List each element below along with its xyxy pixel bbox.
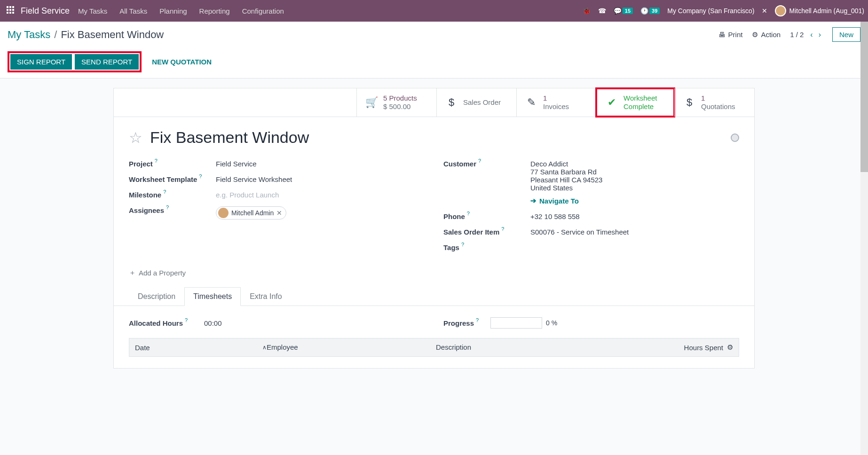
th-hours-spent[interactable]: Hours Spent ⚙ xyxy=(667,343,733,352)
th-description[interactable]: Description xyxy=(436,343,667,352)
stat-products[interactable]: 🛒 5 Products $ 500.00 xyxy=(356,88,436,117)
field-phone[interactable]: +32 10 588 558 xyxy=(530,212,739,220)
task-title[interactable]: Fix Basement Window xyxy=(150,128,309,147)
new-button[interactable]: New xyxy=(832,27,860,42)
th-date[interactable]: Date ∧ xyxy=(135,343,267,352)
messages-icon[interactable]: 💬15 xyxy=(614,7,633,15)
form-col-left: Project? Field Service Worksheet Templat… xyxy=(129,156,425,255)
stat-quotations[interactable]: $ 1 Quotations xyxy=(674,88,754,117)
field-project[interactable]: Field Service xyxy=(216,160,425,168)
menu-all-tasks[interactable]: All Tasks xyxy=(119,7,147,15)
field-sales-order-item[interactable]: S00076 - Service on Timesheet xyxy=(530,228,739,236)
activities-icon[interactable]: 🕐39 xyxy=(640,7,660,15)
stat-worksheet[interactable]: ✔ Worksheet Complete xyxy=(595,87,675,118)
menu-reporting[interactable]: Reporting xyxy=(199,7,230,15)
user-menu[interactable]: Mitchell Admin (Aug_001) xyxy=(775,5,864,16)
pager: 1 / 2 ‹ › xyxy=(790,30,823,40)
th-employee[interactable]: Employee xyxy=(267,343,436,352)
form-col-right: Customer? Deco Addict 77 Santa Barbara R… xyxy=(443,156,739,255)
messages-badge: 15 xyxy=(623,8,633,14)
apps-menu-icon[interactable] xyxy=(4,6,17,16)
help-icon[interactable]: ? xyxy=(467,211,470,216)
tools-icon[interactable]: ✕ xyxy=(762,7,767,15)
timesheet-table-header: Date ∧ Employee Description Hours Spent … xyxy=(129,338,739,357)
svg-rect-0 xyxy=(7,6,8,8)
pager-value[interactable]: 1 / 2 xyxy=(790,31,804,39)
dollar-icon: $ xyxy=(445,96,458,109)
svg-rect-7 xyxy=(9,12,11,14)
menu-configuration[interactable]: Configuration xyxy=(242,7,284,15)
pager-next-icon[interactable]: › xyxy=(817,30,823,40)
gear-icon: ⚙ xyxy=(752,31,758,39)
label-milestone: Milestone xyxy=(129,191,161,199)
field-allocated-hours[interactable]: 00:00 xyxy=(204,319,425,327)
stat-invoices[interactable]: ✎ 1 Invoices xyxy=(516,88,596,117)
help-icon[interactable]: ? xyxy=(461,242,464,247)
check-icon: ✔ xyxy=(606,96,618,109)
label-tags: Tags xyxy=(443,243,459,251)
field-assignees[interactable]: Mitchell Admin ✕ xyxy=(216,206,425,220)
stat-sales-order[interactable]: $ Sales Order xyxy=(436,88,516,117)
help-icon[interactable]: ? xyxy=(501,226,504,232)
label-customer: Customer xyxy=(443,160,476,168)
dollar-icon: $ xyxy=(683,96,695,109)
support-icon[interactable]: ☎ xyxy=(598,7,606,15)
tab-content-timesheets: Allocated Hours? 00:00 Progress? 0 % Dat… xyxy=(114,306,754,368)
help-icon[interactable]: ? xyxy=(155,158,158,164)
topnav-right: 🐞 ☎ 💬15 🕐39 My Company (San Francisco) ✕… xyxy=(583,5,864,16)
scroll-thumb[interactable] xyxy=(860,22,868,172)
field-progress-value: 0 % xyxy=(546,319,557,327)
settings-icon[interactable]: ⚙ xyxy=(727,343,733,352)
label-assignees: Assignees xyxy=(129,206,164,214)
svg-rect-8 xyxy=(12,12,14,14)
action-row: SIGN REPORT SEND REPORT NEW QUOTATION xyxy=(0,47,868,78)
field-worksheet-template[interactable]: Field Service Worksheet xyxy=(216,175,425,183)
breadcrumb: My Tasks / Fix Basement Window xyxy=(8,29,164,41)
help-icon[interactable]: ? xyxy=(166,204,169,210)
breadcrumb-current: Fix Basement Window xyxy=(61,29,164,41)
main-menu: My Tasks All Tasks Planning Reporting Co… xyxy=(78,7,284,15)
breadcrumb-parent[interactable]: My Tasks xyxy=(8,29,50,41)
help-icon[interactable]: ? xyxy=(476,317,479,323)
assignee-chip[interactable]: Mitchell Admin ✕ xyxy=(216,206,286,220)
pager-prev-icon[interactable]: ‹ xyxy=(808,30,814,40)
notebook-tabs: Description Timesheets Extra Info xyxy=(114,287,754,306)
navigate-to-link[interactable]: ➔ Navigate To xyxy=(530,196,579,205)
sign-report-button[interactable]: SIGN REPORT xyxy=(10,54,72,70)
tab-extra-info[interactable]: Extra Info xyxy=(241,287,291,306)
print-icon: 🖶 xyxy=(718,31,726,39)
svg-rect-3 xyxy=(7,9,8,11)
print-button[interactable]: 🖶 Print xyxy=(718,31,743,39)
remove-icon[interactable]: ✕ xyxy=(276,209,282,217)
field-milestone[interactable]: e.g. Product Launch xyxy=(216,191,425,199)
kanban-state-icon[interactable] xyxy=(731,133,739,142)
help-icon[interactable]: ? xyxy=(199,173,202,179)
svg-rect-5 xyxy=(12,9,14,11)
send-report-button[interactable]: SEND REPORT xyxy=(75,54,139,70)
tab-timesheets[interactable]: Timesheets xyxy=(184,287,241,306)
action-button[interactable]: ⚙ Action xyxy=(752,31,781,39)
menu-planning[interactable]: Planning xyxy=(159,7,187,15)
app-title[interactable]: Field Service xyxy=(21,6,70,16)
help-icon[interactable]: ? xyxy=(478,158,481,164)
tab-description[interactable]: Description xyxy=(129,287,184,306)
svg-rect-1 xyxy=(9,6,11,8)
scrollbar[interactable] xyxy=(860,22,868,369)
help-icon[interactable]: ? xyxy=(163,189,166,195)
breadcrumb-separator: / xyxy=(54,29,57,41)
label-allocated-hours: Allocated Hours xyxy=(129,319,183,327)
plus-icon: ＋ xyxy=(129,268,136,277)
svg-rect-2 xyxy=(12,6,14,8)
company-switcher[interactable]: My Company (San Francisco) xyxy=(667,7,754,15)
field-customer[interactable]: Deco Addict 77 Santa Barbara Rd Pleasant… xyxy=(530,160,739,205)
label-worksheet-template: Worksheet Template xyxy=(129,175,197,183)
stat-buttons: 🛒 5 Products $ 500.00 $ Sales Order ✎ 1 … xyxy=(114,88,754,117)
new-quotation-button[interactable]: NEW QUOTATION xyxy=(150,54,213,70)
add-property-button[interactable]: ＋ Add a Property xyxy=(114,265,201,287)
activities-badge: 39 xyxy=(649,8,660,14)
priority-star-icon[interactable]: ☆ xyxy=(129,129,142,147)
user-name: Mitchell Admin (Aug_001) xyxy=(789,7,864,15)
debug-icon[interactable]: 🐞 xyxy=(583,7,591,15)
menu-my-tasks[interactable]: My Tasks xyxy=(78,7,107,15)
help-icon[interactable]: ? xyxy=(185,317,188,323)
